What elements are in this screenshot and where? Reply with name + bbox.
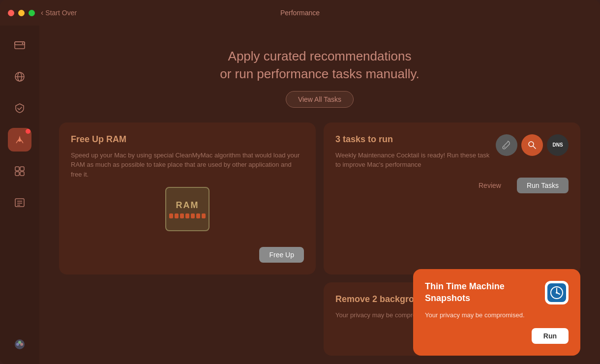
svg-point-2	[22, 43, 24, 44]
tasks-card: 3 tasks to run Weekly Maintenance Cockta…	[324, 122, 580, 275]
sidebar-item-apps[interactable]	[8, 159, 31, 183]
task-icons: DNS	[496, 134, 569, 156]
sidebar-item-storage[interactable]	[8, 33, 31, 57]
sidebar-item-globe[interactable]	[8, 65, 31, 89]
svg-rect-8	[20, 167, 24, 171]
task-icon-search	[521, 134, 543, 156]
ram-label: RAM	[176, 200, 199, 211]
popup-footer: Run	[425, 328, 569, 344]
ram-card-description: Speed up your Mac by using special Clean…	[71, 151, 304, 180]
tasks-card-footer: Review Run Tasks	[335, 178, 569, 193]
ram-bar-7	[202, 213, 206, 218]
window-title: Performance	[280, 9, 320, 17]
thin-time-machine-popup: Thin Time Machine Snapshots	[413, 269, 580, 356]
svg-rect-7	[15, 167, 19, 171]
minimize-button[interactable]	[18, 10, 25, 16]
tasks-review-button[interactable]: Review	[469, 178, 511, 193]
popup-header: Thin Time Machine Snapshots	[425, 281, 569, 304]
popup-icon	[545, 281, 569, 304]
close-button[interactable]	[8, 10, 14, 16]
sidebar-item-settings[interactable]	[8, 333, 31, 356]
svg-line-21	[533, 146, 536, 149]
maximize-button[interactable]	[29, 10, 35, 16]
notification-badge	[26, 129, 30, 134]
ram-bar-3	[180, 213, 184, 218]
ram-bar-5	[191, 213, 195, 218]
view-all-tasks-button[interactable]: View All Tasks	[286, 91, 354, 108]
header-text: Apply curated recommendations or run per…	[59, 47, 580, 83]
task-icon-wrench	[496, 134, 517, 156]
sidebar-item-files[interactable]	[8, 191, 31, 214]
free-up-button[interactable]: Free Up	[259, 247, 304, 263]
ram-bar-4	[185, 213, 189, 218]
popup-title: Thin Time Machine Snapshots	[425, 281, 545, 304]
background-items-card: 🔔 Remove 2 background items Your privacy…	[324, 282, 580, 356]
content-area: Apply curated recommendations or run per…	[39, 26, 600, 364]
svg-rect-9	[15, 172, 19, 176]
ram-bar-6	[196, 213, 200, 218]
svg-rect-10	[20, 172, 24, 176]
popup-description: Your privacy may be compromised.	[425, 310, 569, 320]
back-button[interactable]: ‹ Start Over	[41, 8, 77, 17]
popup-run-button[interactable]: Run	[532, 328, 569, 344]
cards-grid: Free Up RAM Speed up your Mac by using s…	[59, 122, 580, 356]
svg-point-26	[556, 292, 558, 294]
main-layout: Apply curated recommendations or run per…	[0, 26, 600, 364]
ram-icon: RAM	[165, 187, 210, 231]
app-window: ‹ Start Over Performance	[0, 0, 600, 364]
back-label: Start Over	[45, 9, 77, 17]
tasks-card-title: 3 tasks to run	[335, 134, 496, 145]
ram-bars	[169, 213, 206, 218]
ram-icon-container: RAM	[71, 187, 304, 231]
ram-bar-1	[169, 213, 173, 218]
tasks-card-description: Weekly Maintenance Cocktail is ready! Ru…	[335, 151, 496, 170]
ram-card-title: Free Up RAM	[71, 134, 304, 145]
sidebar-item-privacy[interactable]	[8, 96, 31, 120]
task-icon-dns: DNS	[547, 134, 569, 156]
sidebar	[0, 26, 39, 364]
sidebar-item-performance[interactable]	[8, 128, 31, 152]
window-controls	[8, 10, 35, 16]
svg-point-18	[18, 341, 21, 344]
chevron-left-icon: ‹	[41, 8, 43, 17]
svg-line-19	[504, 147, 505, 148]
free-up-ram-card: Free Up RAM Speed up your Mac by using s…	[59, 122, 316, 275]
ram-card-footer: Free Up	[71, 247, 304, 263]
ram-bar-2	[175, 213, 179, 218]
titlebar: ‹ Start Over Performance	[0, 0, 600, 26]
run-tasks-button[interactable]: Run Tasks	[517, 178, 569, 193]
content-header: Apply curated recommendations or run per…	[59, 37, 580, 113]
